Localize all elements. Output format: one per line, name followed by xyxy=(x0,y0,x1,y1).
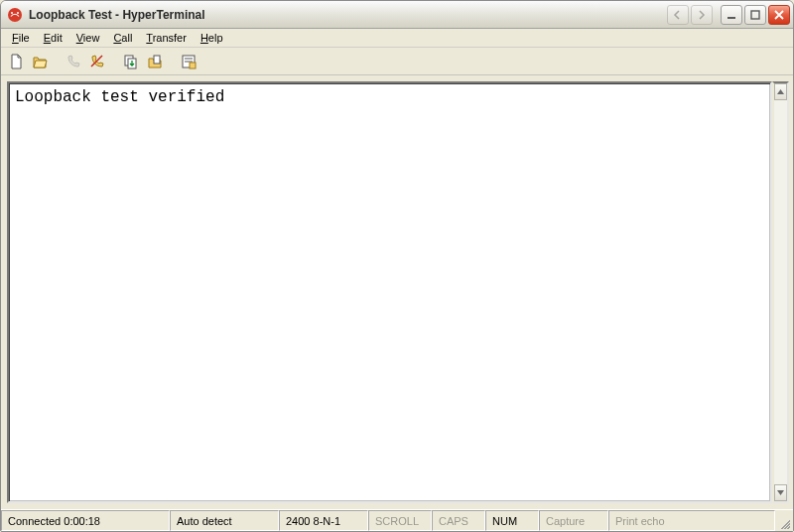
folder-open-icon xyxy=(32,54,48,69)
status-detect: Auto detect xyxy=(170,510,279,531)
phone-icon xyxy=(66,54,81,69)
properties-button[interactable] xyxy=(178,51,199,72)
folder-doc-icon xyxy=(147,54,163,69)
disconnect-button[interactable] xyxy=(86,51,108,72)
call-button[interactable] xyxy=(63,51,84,72)
status-connected: Connected 0:00:18 xyxy=(1,510,170,531)
close-button[interactable] xyxy=(768,5,790,25)
nav-back-button xyxy=(667,5,689,25)
svg-rect-8 xyxy=(154,56,160,64)
menu-file[interactable]: File xyxy=(5,31,37,45)
status-capture: Capture xyxy=(539,510,608,531)
menu-view[interactable]: View xyxy=(69,31,107,45)
receive-button[interactable] xyxy=(144,51,166,72)
svg-point-1 xyxy=(11,12,13,14)
menu-bar: File Edit View Call Transfer Help xyxy=(1,29,793,48)
menu-help[interactable]: Help xyxy=(194,31,230,45)
vertical-scrollbar[interactable] xyxy=(772,81,789,503)
svg-rect-12 xyxy=(190,63,196,68)
svg-point-2 xyxy=(17,12,19,14)
status-num: NUM xyxy=(485,510,539,531)
maximize-button[interactable] xyxy=(744,5,766,25)
terminal-wrap: Loopback test verified xyxy=(7,81,789,503)
caption-buttons xyxy=(667,5,790,25)
scroll-track[interactable] xyxy=(774,100,787,484)
menu-transfer[interactable]: Transfer xyxy=(139,31,194,45)
nav-forward-button xyxy=(691,5,713,25)
menu-call[interactable]: Call xyxy=(106,31,139,45)
status-scroll: SCROLL xyxy=(368,510,432,531)
svg-rect-4 xyxy=(751,11,759,19)
svg-rect-3 xyxy=(728,17,735,19)
resize-gripper-icon[interactable] xyxy=(775,510,793,531)
status-settings: 2400 8-N-1 xyxy=(279,510,368,531)
app-window: Loopback Test - HyperTerminal File Edit … xyxy=(0,0,794,532)
status-caps: CAPS xyxy=(432,510,485,531)
scroll-up-button[interactable] xyxy=(774,83,787,100)
properties-icon xyxy=(181,54,197,69)
scroll-down-button[interactable] xyxy=(774,484,787,501)
new-button[interactable] xyxy=(5,51,27,72)
send-button[interactable] xyxy=(120,51,142,72)
phone-hangup-icon xyxy=(89,54,105,69)
status-echo: Print echo xyxy=(608,510,775,531)
title-bar: Loopback Test - HyperTerminal xyxy=(1,1,793,29)
app-icon xyxy=(7,7,23,23)
status-bar: Connected 0:00:18 Auto detect 2400 8-N-1… xyxy=(1,509,793,531)
client-area: Loopback test verified xyxy=(1,75,793,509)
window-title: Loopback Test - HyperTerminal xyxy=(29,8,663,22)
document-icon xyxy=(8,54,24,69)
toolbar xyxy=(1,48,793,75)
open-button[interactable] xyxy=(29,51,51,72)
docs-down-icon xyxy=(123,54,139,69)
svg-point-0 xyxy=(8,8,22,22)
terminal[interactable]: Loopback test verified xyxy=(7,81,772,503)
minimize-button[interactable] xyxy=(721,5,742,25)
menu-edit[interactable]: Edit xyxy=(37,31,69,45)
